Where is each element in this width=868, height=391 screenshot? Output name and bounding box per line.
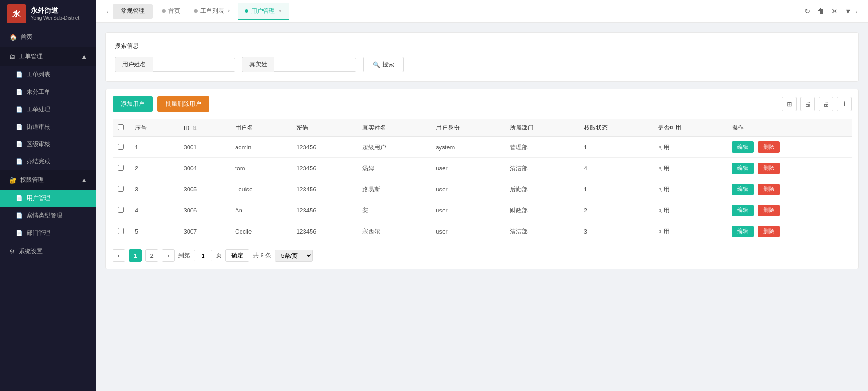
row-action: 编辑 删除 — [726, 158, 852, 179]
sidebar-item-workorder-list[interactable]: 📄 工单列表 — [0, 66, 96, 83]
page-label: 页 — [216, 251, 222, 260]
row-action: 编辑 删除 — [726, 137, 852, 158]
realname-label: 真实姓 — [242, 57, 274, 72]
id-sort-icon[interactable]: ⇅ — [193, 125, 197, 131]
tab-workorder-list[interactable]: 工单列表 × — [187, 3, 238, 20]
table-export-icon[interactable]: 🖨 — [819, 97, 833, 111]
row-role: system — [430, 137, 504, 158]
edit-btn-2[interactable]: 编辑 — [732, 184, 754, 195]
refresh-icon[interactable]: ↻ — [804, 7, 810, 16]
nav-left-arrow[interactable]: ‹ — [103, 8, 113, 15]
delete-icon[interactable]: 🗑 — [817, 7, 825, 16]
sidebar-item-system-settings[interactable]: ⚙ 系统设置 — [0, 242, 96, 261]
total-label: 共 9 条 — [253, 251, 271, 260]
search-button[interactable]: 🔍 搜索 — [363, 57, 404, 72]
logo-icon: 永 — [7, 4, 26, 23]
table-print-icon[interactable]: 🖨 — [800, 97, 815, 111]
header-enabled: 是否可用 — [652, 119, 726, 137]
table-grid-icon[interactable]: ⊞ — [782, 97, 797, 111]
sidebar-group-workorder[interactable]: 🗂 工单管理 ▲ — [0, 47, 96, 66]
row-id: 3007 — [178, 221, 230, 242]
district-review-icon: 📄 — [16, 141, 23, 147]
user-table: 序号 ID ⇅ 用户名 密码 真实姓名 用户身份 所属部门 权限状态 是否可用 … — [113, 119, 852, 242]
complete-icon: 📄 — [16, 158, 23, 165]
edit-btn-4[interactable]: 编辑 — [732, 226, 754, 237]
tab-user-close-icon[interactable]: × — [279, 8, 282, 14]
page-goto-input[interactable] — [194, 250, 212, 261]
logo: 永 永外街道 Yong Wei Sub-District — [0, 0, 96, 27]
row-permission: 1 — [579, 137, 653, 158]
tab-home-dot — [162, 9, 166, 13]
page-2-btn[interactable]: 2 — [145, 249, 158, 262]
row-action: 编辑 删除 — [726, 200, 852, 221]
workorder-arrow-icon: ▲ — [81, 53, 87, 60]
header-dept: 所属部门 — [504, 119, 579, 137]
row-checkbox-2[interactable] — [118, 186, 124, 192]
tab-workorder-close-icon[interactable]: × — [228, 8, 231, 14]
table-toolbar: 添加用户 批量删除用户 ⊞ 🖨 🖨 ℹ — [113, 96, 852, 112]
page-1-btn[interactable]: 1 — [129, 249, 142, 262]
nav-right-arrow[interactable]: › — [852, 8, 861, 15]
row-username: Louise — [230, 179, 291, 200]
table-info-icon[interactable]: ℹ — [837, 97, 852, 111]
tab-user-dot — [245, 9, 248, 13]
sidebar-item-street-review[interactable]: 📄 街道审核 — [0, 118, 96, 136]
row-seq: 1 — [129, 137, 178, 158]
edit-btn-3[interactable]: 编辑 — [732, 205, 754, 216]
tab-user-mgmt[interactable]: 用户管理 × — [238, 3, 289, 20]
row-password: 123456 — [291, 158, 356, 179]
user-mgmt-icon: 📄 — [16, 195, 23, 201]
sidebar-item-user-mgmt[interactable]: 📄 用户管理 — [0, 190, 96, 207]
batch-delete-button[interactable]: 批量删除用户 — [157, 96, 209, 112]
sidebar-item-workorder-list-label: 工单列表 — [27, 71, 50, 79]
per-page-select[interactable]: 5条/页10条/页20条/页 — [275, 250, 313, 262]
sidebar-item-dept-mgmt[interactable]: 📄 部门管理 — [0, 224, 96, 242]
sidebar-item-workorder-process[interactable]: 📄 工单处理 — [0, 101, 96, 118]
delete-btn-4[interactable]: 删除 — [758, 226, 780, 237]
sidebar: 永 永外街道 Yong Wei Sub-District 🏠 首页 🗂 工单管理… — [0, 0, 96, 391]
logo-text: 永外街道 Yong Wei Sub-District — [31, 6, 79, 22]
search-btn-label: 搜索 — [382, 60, 394, 69]
row-role: user — [430, 221, 504, 242]
sidebar-item-home[interactable]: 🏠 首页 — [0, 27, 96, 47]
sidebar-item-district-review[interactable]: 📄 区级审核 — [0, 136, 96, 153]
page-confirm-btn[interactable]: 确定 — [225, 249, 249, 262]
next-page-btn[interactable]: › — [162, 249, 175, 262]
row-checkbox-3[interactable] — [118, 207, 124, 213]
row-checkbox-cell — [113, 200, 129, 221]
delete-btn-3[interactable]: 删除 — [758, 205, 780, 216]
row-permission: 3 — [579, 221, 653, 242]
select-all-checkbox[interactable] — [118, 124, 124, 130]
edit-btn-1[interactable]: 编辑 — [732, 163, 754, 174]
sidebar-item-unassigned[interactable]: 📄 未分工单 — [0, 83, 96, 101]
prev-page-btn[interactable]: ‹ — [113, 249, 125, 262]
search-btn-icon: 🔍 — [373, 61, 380, 68]
delete-btn-1[interactable]: 删除 — [758, 163, 780, 174]
more-icon[interactable]: ▼ — [844, 7, 852, 16]
search-row: 用户姓名 真实姓 🔍 搜索 — [115, 57, 849, 72]
username-input[interactable] — [153, 58, 235, 72]
delete-btn-0[interactable]: 删除 — [758, 141, 780, 153]
sidebar-item-complete[interactable]: 📄 办结完成 — [0, 153, 96, 170]
username-label: 用户姓名 — [115, 57, 153, 72]
row-realname: 安 — [357, 200, 431, 221]
realname-input[interactable] — [274, 58, 356, 72]
workorder-process-icon: 📄 — [16, 106, 23, 113]
row-checkbox-cell — [113, 221, 129, 242]
header-username: 用户名 — [230, 119, 291, 137]
sidebar-group-permission[interactable]: 🔐 权限管理 ▲ — [0, 170, 96, 190]
tab-home[interactable]: 首页 — [155, 3, 187, 20]
row-checkbox-0[interactable] — [118, 144, 124, 150]
row-permission: 4 — [579, 158, 653, 179]
row-checkbox-4[interactable] — [118, 228, 124, 234]
table-tools-right: ⊞ 🖨 🖨 ℹ — [782, 97, 852, 111]
close-icon[interactable]: ✕ — [831, 7, 837, 16]
add-user-button[interactable]: 添加用户 — [113, 96, 153, 112]
row-realname: 路易斯 — [357, 179, 431, 200]
row-seq: 5 — [129, 221, 178, 242]
sidebar-item-case-type[interactable]: 📄 案情类型管理 — [0, 207, 96, 224]
row-checkbox-1[interactable] — [118, 165, 124, 171]
edit-btn-0[interactable]: 编辑 — [732, 141, 754, 153]
delete-btn-2[interactable]: 删除 — [758, 184, 780, 195]
row-role: user — [430, 200, 504, 221]
